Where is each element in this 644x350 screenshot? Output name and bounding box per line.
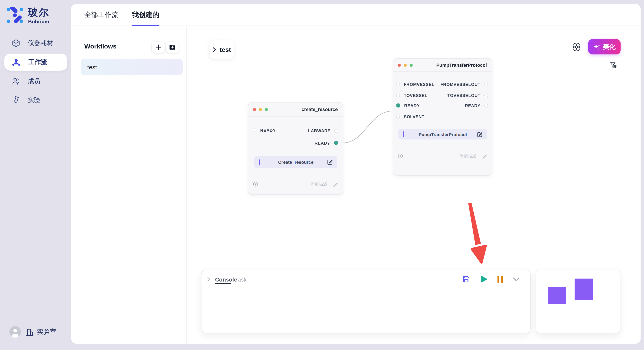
- port-dot-connected[interactable]: [396, 103, 400, 108]
- port-output-ready[interactable]: READY: [314, 140, 338, 146]
- layout-command-button[interactable]: [572, 43, 580, 51]
- workflow-icon: [12, 58, 21, 67]
- description-placeholder[interactable]: 添加描述...: [310, 181, 338, 187]
- save-icon: [462, 275, 470, 283]
- node-pump-transfer-protocol[interactable]: PumpTransferProtocol FROMVESSEL TOVESSEL…: [393, 58, 492, 176]
- tab-all-workflows[interactable]: 全部工作流: [84, 4, 118, 26]
- console-tab-indicator: [215, 283, 231, 284]
- test-tube-icon: [12, 95, 20, 104]
- app-window: 玻尔 Bohrium 仪器耗材 工作流: [0, 0, 644, 350]
- user-avatar[interactable]: [9, 326, 21, 338]
- node-title: PumpTransferProtocol: [436, 59, 487, 72]
- breadcrumb-chip[interactable]: test: [210, 40, 234, 59]
- traffic-yellow: [404, 64, 407, 67]
- chevron-down-icon: [513, 277, 520, 281]
- brand-logo: 玻尔 Bohrium: [6, 7, 50, 25]
- chevron-right-icon: [212, 47, 216, 52]
- brand-name-cn: 玻尔: [28, 7, 50, 18]
- annotation-arrow: [469, 203, 486, 263]
- edit-icon[interactable]: [327, 159, 333, 165]
- port-input-ready[interactable]: READY: [252, 128, 276, 133]
- action-accent-bar: [403, 131, 404, 137]
- lab-selector[interactable]: 实验室: [26, 328, 56, 336]
- person-icon: [9, 326, 21, 338]
- node-create-resource[interactable]: create_resource READY LABWARE READY Crea…: [248, 102, 343, 195]
- minimap-node: [548, 287, 566, 304]
- cube-icon: [12, 38, 20, 47]
- pencil-icon: [482, 154, 487, 159]
- sidebar-item-workflow[interactable]: 工作流: [4, 54, 67, 71]
- node-footer: 添加描述...: [253, 181, 338, 187]
- sidebar-item-label: 实验: [28, 96, 40, 104]
- panel-divider: [186, 26, 186, 344]
- traffic-yellow: [259, 108, 262, 111]
- port-dot-connected[interactable]: [334, 141, 338, 145]
- port-output-labware[interactable]: LABWARE: [308, 128, 338, 133]
- workflow-tabbar: 全部工作流 我创建的: [71, 4, 640, 26]
- port-input-solvent[interactable]: SOLVENT: [396, 114, 424, 119]
- traffic-lights: [398, 64, 413, 67]
- lab-label: 实验室: [37, 328, 56, 336]
- traffic-red: [253, 108, 256, 111]
- traffic-red: [398, 64, 401, 67]
- node-action-button[interactable]: PumpTransferProtocol: [398, 129, 487, 140]
- port-input-fromvessel[interactable]: FROMVESSEL: [396, 82, 434, 87]
- node-footer: 添加描述...: [398, 153, 487, 159]
- traffic-green: [410, 64, 413, 67]
- beautify-button[interactable]: 美化: [588, 39, 620, 54]
- description-placeholder[interactable]: 添加描述...: [459, 153, 487, 159]
- port-input-tovessel[interactable]: TOVESSEL: [396, 93, 428, 98]
- node-header[interactable]: create_resource: [248, 103, 343, 117]
- port-dot[interactable]: [396, 115, 400, 118]
- import-folder-button[interactable]: [166, 42, 179, 53]
- panel-title: Workflows: [84, 42, 116, 50]
- port-dot[interactable]: [252, 128, 256, 132]
- traffic-lights: [253, 108, 268, 111]
- port-dot[interactable]: [334, 129, 338, 133]
- console-panel: Console Task: [201, 270, 531, 334]
- port-dot[interactable]: [484, 93, 488, 97]
- add-workflow-button[interactable]: [152, 42, 165, 53]
- traffic-green: [265, 108, 268, 111]
- node-header[interactable]: PumpTransferProtocol: [393, 59, 492, 72]
- sidebar-item-label: 工作流: [28, 58, 47, 66]
- port-dot[interactable]: [396, 93, 400, 97]
- task-tab[interactable]: Task: [235, 276, 246, 283]
- port-dot[interactable]: [484, 82, 488, 86]
- tab-my-created[interactable]: 我创建的: [132, 4, 159, 26]
- port-input-ready[interactable]: READY: [396, 103, 420, 108]
- filter-funnel-icon: [610, 62, 617, 69]
- plus-icon: [155, 44, 161, 50]
- workflow-list-item[interactable]: test: [81, 59, 183, 75]
- pause-button[interactable]: [497, 275, 504, 283]
- minimap[interactable]: [536, 270, 620, 334]
- sidebar-item-members[interactable]: 成员: [0, 73, 72, 90]
- edit-icon[interactable]: [477, 131, 482, 137]
- beautify-label: 美化: [603, 43, 616, 51]
- port-output-tovesselout[interactable]: TOVESSELOUT: [448, 93, 488, 98]
- brand-name-en: Bohrium: [28, 19, 50, 25]
- filter-button[interactable]: [610, 62, 617, 69]
- port-output-ready[interactable]: READY: [465, 103, 488, 108]
- sidebar-item-label: 仪器耗材: [28, 39, 53, 47]
- run-button[interactable]: [480, 275, 488, 283]
- edge-connection: [343, 111, 393, 143]
- info-icon[interactable]: [253, 181, 258, 187]
- pause-icon: [497, 275, 504, 283]
- sparkles-icon: [593, 43, 600, 50]
- node-action-button[interactable]: Create_resource: [254, 156, 337, 168]
- folder-download-icon: [169, 44, 176, 50]
- port-dot[interactable]: [396, 82, 400, 86]
- port-dot[interactable]: [484, 104, 488, 107]
- sidebar-item-instruments[interactable]: 仪器耗材: [0, 34, 72, 51]
- play-icon: [480, 275, 488, 283]
- active-tab-indicator: [132, 25, 159, 26]
- port-output-fromvesselout[interactable]: FROMVESSELOUT: [440, 82, 488, 87]
- save-button[interactable]: [462, 275, 470, 283]
- sidebar-item-experiments[interactable]: 实验: [0, 91, 72, 108]
- expand-chevron-icon[interactable]: [207, 277, 211, 282]
- collapse-button[interactable]: [513, 277, 520, 281]
- info-icon[interactable]: [398, 154, 403, 159]
- console-tab[interactable]: Console: [215, 276, 237, 283]
- sidebar: 玻尔 Bohrium 仪器耗材 工作流: [0, 0, 72, 350]
